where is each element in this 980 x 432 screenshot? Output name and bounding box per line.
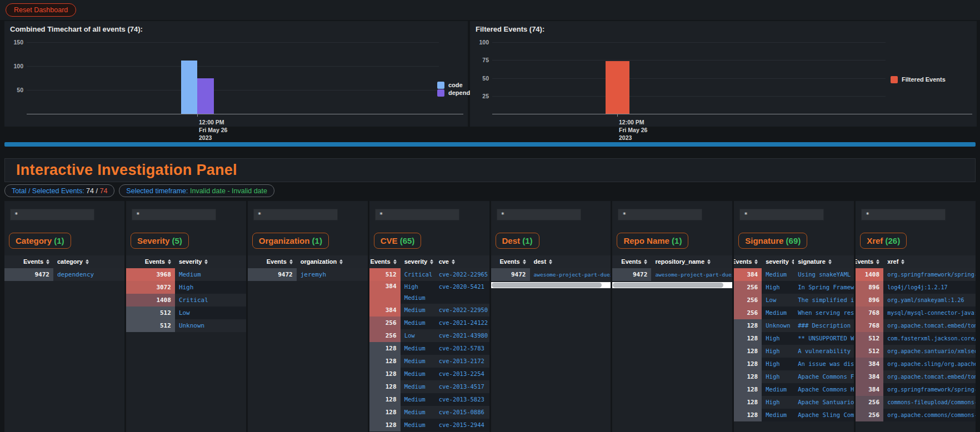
column-header-dest[interactable]: dest (530, 255, 611, 268)
table-row[interactable]: 384High Mediumcve-2020-5421 (369, 281, 489, 304)
table-row[interactable]: 384org.springframework/spring-we (856, 383, 976, 396)
table-row[interactable]: 128Mediumcve-2013-5823 (369, 393, 489, 406)
column-header-repository_name[interactable]: repository_name (651, 255, 732, 268)
column-header-severity[interactable]: severity (175, 255, 246, 268)
table-row[interactable]: 768mysql/mysql-connector-java:5. (856, 307, 976, 319)
table-row[interactable]: 128Mediumcve-2012-5783 (369, 342, 489, 355)
table-row[interactable]: 512Low (126, 307, 246, 319)
table-row[interactable]: 384MediumUsing snakeYAML (734, 268, 854, 281)
table-row[interactable]: 512Criticalcve-2022-22965 (369, 268, 489, 281)
table-row[interactable]: 128Mediumcve-2015-0886 (369, 406, 489, 419)
table-row[interactable]: 896log4j/log4j:1.2.17 (856, 281, 976, 294)
table-row[interactable]: 128Mediumcve-2013-4517 (369, 380, 489, 393)
table-row[interactable]: 9472jeremyh (248, 268, 368, 281)
table-row[interactable]: 512org.apache.santuario/xmlsec:1 (856, 345, 976, 358)
legend-item[interactable]: Filtered Events (891, 76, 946, 83)
events-cell: 384 (856, 358, 883, 370)
table-row[interactable]: 128HighA vulnerability (734, 345, 854, 358)
table-row[interactable]: 256commons-fileupload/commons-fi (856, 396, 976, 409)
table-row[interactable]: 3072High (126, 281, 246, 294)
table-row[interactable]: 512Unknown (126, 319, 246, 332)
column-header-events[interactable]: Events (369, 255, 401, 268)
column-header-cve[interactable]: cve (435, 255, 489, 268)
horizontal-scrollbar[interactable] (491, 282, 611, 288)
table-row[interactable]: 128Unknown### Description (734, 319, 854, 332)
scrollbar-thumb[interactable] (613, 283, 723, 288)
bar-filtered-events[interactable] (606, 61, 629, 114)
table-row[interactable]: 256Mediumcve-2021-24122 (369, 317, 489, 329)
combined-timechart-panel: Combined Timechart of all events (74): 5… (4, 21, 468, 127)
table-row[interactable]: 896org.yaml/snakeyaml:1.26 (856, 294, 976, 307)
table-row[interactable]: 3968Medium (126, 268, 246, 281)
reset-dashboard-button[interactable]: Reset Dashboard (6, 3, 76, 17)
table-row[interactable]: 128HighApache Santuario (734, 396, 854, 409)
table-row[interactable]: 768org.apache.tomcat.embed/tomca (856, 319, 976, 332)
events-cell: 9472 (248, 268, 297, 281)
events-cell: 128 (734, 396, 762, 409)
column-header-events[interactable]: Events (126, 255, 175, 268)
column-header-severity[interactable]: severity (401, 255, 435, 268)
y-axis-tick-label: 50 (470, 75, 489, 82)
column-header-events[interactable]: Events (491, 255, 530, 268)
table-row[interactable]: 256HighIn Spring Framew (734, 281, 854, 294)
table-row[interactable]: 128Mediumcve-2015-2944 (369, 419, 489, 431)
column-header-events[interactable]: Events (856, 255, 883, 268)
table-row[interactable]: 256org.apache.commons/commons-co (856, 409, 976, 421)
table-row[interactable]: 256LowThe simplified i (734, 294, 854, 307)
organization-search-input[interactable] (253, 209, 338, 220)
sort-up-arrow (901, 259, 904, 262)
bar-code[interactable] (181, 61, 197, 114)
column-header-events[interactable]: Events (734, 255, 762, 268)
column-header-severity[interactable]: severity (762, 255, 794, 268)
repo_name-filter-badge: Repo Name (1) (617, 233, 688, 249)
value-cell: org.apache.sling/org.apache.s (883, 358, 976, 370)
table-row[interactable]: 1408Critical (126, 294, 246, 307)
bar-dependency[interactable] (197, 78, 214, 114)
table-row[interactable]: 128High** UNSUPPORTED W (734, 332, 854, 345)
dest-search-input[interactable] (497, 209, 581, 220)
table-row[interactable]: 9472dependency (4, 268, 124, 281)
column-header-events[interactable]: Events (248, 255, 297, 268)
column-header-xref[interactable]: xref (883, 255, 976, 268)
scrollbar-thumb[interactable] (492, 283, 602, 288)
category-search-input[interactable] (10, 209, 94, 220)
column-header-events[interactable]: Events (4, 255, 53, 268)
table-row[interactable]: 256Lowcve-2021-43980 (369, 329, 489, 342)
table-row[interactable]: 128Mediumcve-2013-2172 (369, 355, 489, 368)
horizontal-scrollbar[interactable] (612, 282, 732, 288)
table-row[interactable]: 128MediumApache Sling Com (734, 409, 854, 421)
y-axis-tick-label: 50 (4, 87, 23, 93)
table-row[interactable]: 128MediumApache Commons H (734, 383, 854, 396)
sort-up-arrow (393, 259, 397, 262)
sort-up-arrow (339, 259, 343, 262)
column-header-events[interactable]: Events (612, 255, 651, 268)
cve-table: Eventsseveritycve512Criticalcve-2022-229… (369, 255, 489, 431)
column-header-organization[interactable]: organization (297, 255, 368, 268)
table-row[interactable]: 1408org.springframework/spring-co (856, 268, 976, 281)
column-header-category[interactable]: category (53, 255, 124, 268)
table-row[interactable]: 384org.apache.tomcat.embed/tomca (856, 370, 976, 383)
xref-search-input[interactable] (861, 209, 946, 220)
timeframe-value: Invalid date - Invalid date (190, 187, 267, 195)
column-header-signature[interactable]: signature (794, 255, 854, 268)
table-row[interactable]: 384Mediumcve-2022-22950 (369, 304, 489, 317)
table-row[interactable]: 128HighAn issue was dis (734, 358, 854, 370)
table-row[interactable]: 512com.fasterxml.jackson.core/ja (856, 332, 976, 345)
events-cell: 256 (369, 329, 401, 342)
table-row[interactable]: 128HighApache Commons F (734, 370, 854, 383)
table-header-row: Eventscategory (4, 255, 124, 268)
severity-search-input[interactable] (132, 209, 216, 220)
x-axis-tick-label: 12:00 PM Fri May 26 2023 (199, 118, 227, 142)
table-row[interactable]: 256MediumWhen serving res (734, 307, 854, 319)
table-row[interactable]: 9472awesome-project-part-duezyan (491, 268, 611, 281)
signature-search-input[interactable] (739, 209, 824, 220)
table-row[interactable]: 128Mediumcve-2013-2254 (369, 368, 489, 380)
value-cell: High (762, 358, 794, 370)
value-cell: commons-fileupload/commons-fi (883, 396, 976, 409)
chart-legend: Filtered Events (891, 76, 946, 83)
table-row[interactable]: 384org.apache.sling/org.apache.s (856, 358, 976, 370)
table-row[interactable]: 9472awesome-project-part-duezyan (612, 268, 732, 281)
signature-filter-count: (69) (786, 236, 801, 245)
cve-search-input[interactable] (375, 209, 459, 220)
repo_name-search-input[interactable] (618, 209, 702, 220)
